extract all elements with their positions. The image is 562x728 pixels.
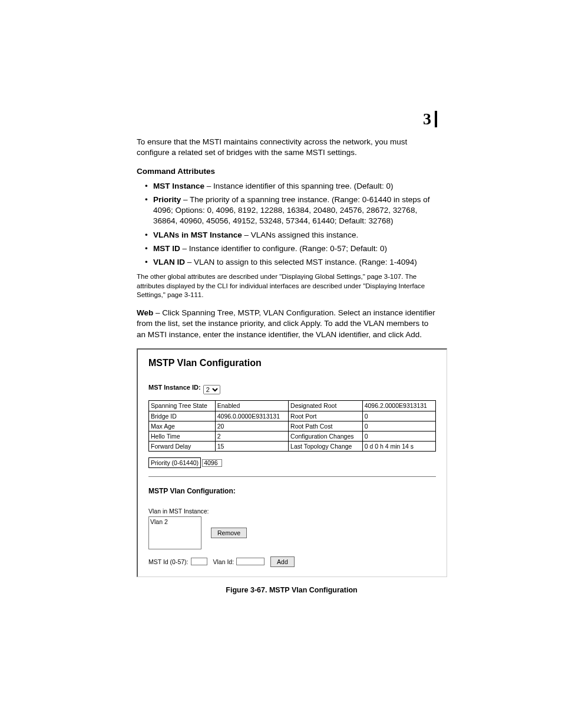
panel-title: MSTP Vlan Configuration [148,357,436,370]
reference-note: The other global attributes are describe… [137,272,438,300]
attr-vlan-id: VLAN ID – VLAN to assign to this selecte… [145,257,438,268]
status-table: Spanning Tree State Enabled Designated R… [148,400,436,452]
mstp-vlan-subtitle: MSTP Vlan Configuration: [148,486,436,496]
table-row: Bridge ID 4096.0.0000E9313131 Root Port … [149,411,436,421]
priority-label: Priority (0-61440) [148,457,201,468]
mst-id-input[interactable] [191,558,207,565]
attr-mst-id: MST ID – Instance identifier to configur… [145,243,438,254]
mstp-vlan-config-panel: MSTP Vlan Configuration MST Instance ID:… [137,348,447,577]
vlan-id-label: Vlan Id: [213,558,234,566]
table-row: Forward Delay 15 Last Topology Change 0 … [149,442,436,452]
mst-instance-id-label: MST Instance ID: [148,383,201,392]
remove-button[interactable]: Remove [211,528,247,538]
table-row: Spanning Tree State Enabled Designated R… [149,401,436,411]
priority-input[interactable] [202,459,222,467]
priority-row: Priority (0-61440) [148,457,436,477]
attr-vlans-in-mst: VLANs in MST Instance – VLANs assigned t… [145,230,438,241]
vlan-in-mst-label: Vlan in MST Instance: [148,507,436,515]
figure-caption: Figure 3-67. MSTP Vlan Configuration [137,585,447,595]
attr-priority: Priority – The priority of a spanning tr… [145,195,438,227]
intro-paragraph: To ensure that the MSTI maintains connec… [137,137,438,158]
vlan-listbox[interactable]: Vlan 2 [148,516,201,549]
table-row: Hello Time 2 Configuration Changes 0 [149,431,436,441]
command-attributes-heading: Command Attributes [137,166,438,177]
web-instructions: Web – Click Spanning Tree, MSTP, VLAN Co… [137,308,438,340]
attribute-list: MST Instance – Instance identifier of th… [137,181,438,268]
mst-id-label: MST Id (0-57): [148,558,189,566]
mst-instance-id-select[interactable]: 2 [203,385,220,394]
vlan-id-input[interactable] [236,558,265,565]
table-row: Max Age 20 Root Path Cost 0 [149,421,436,431]
attr-mst-instance: MST Instance – Instance identifier of th… [145,181,438,192]
list-item[interactable]: Vlan 2 [150,518,200,526]
add-button[interactable]: Add [270,556,295,567]
chapter-number: 3 [423,111,437,127]
